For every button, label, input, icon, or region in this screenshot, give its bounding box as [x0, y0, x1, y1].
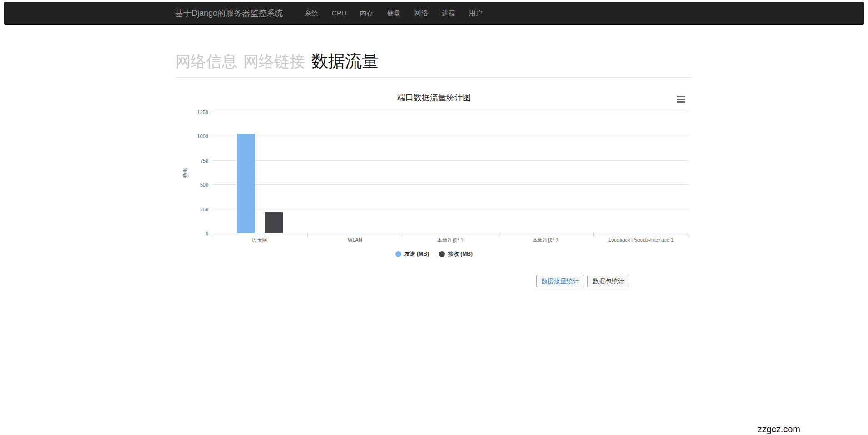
navbar-item-3[interactable]: 内存: [353, 2, 380, 24]
page-tab-3[interactable]: 数据流量: [311, 50, 379, 73]
page-header-tabs: 网络信息网络链接数据流量: [175, 50, 693, 78]
legend-marker-icon: [439, 251, 445, 257]
navbar-inner: 基于Django的服务器监控系统 系统CPU内存硬盘网络进程用户: [168, 2, 700, 24]
x-axis-label-3: 本地连接* 1: [403, 237, 498, 244]
navbar-item-5[interactable]: 网络: [408, 2, 435, 24]
action-buttons: 数据流量统计数据包统计: [175, 275, 693, 287]
page-tab-2[interactable]: 网络链接: [243, 51, 305, 72]
navbar-item-6[interactable]: 进程: [435, 2, 462, 24]
navbar-brand[interactable]: 基于Django的服务器监控系统: [168, 2, 290, 24]
x-axis-label-4: 本地连接* 2: [498, 237, 593, 244]
category-cell-2: [307, 112, 403, 233]
bar-cells: [212, 112, 689, 233]
y-axis-title: 数据: [182, 112, 189, 233]
watermark: zzgcz.com: [758, 424, 800, 435]
navbar-item-2[interactable]: CPU: [325, 2, 353, 24]
y-tick-label: 500: [200, 182, 208, 188]
bar-接收 (MB): [265, 212, 283, 233]
chart-title: 端口数据流量统计图: [175, 92, 693, 103]
chart-legend: 发送 (MB)接收 (MB): [175, 250, 693, 258]
hamburger-icon[interactable]: [676, 94, 686, 104]
navbar-item-1[interactable]: 系统: [298, 2, 325, 24]
hamburger-bar: [677, 101, 685, 103]
hamburger-bar: [677, 99, 685, 100]
navbar-item-4[interactable]: 硬盘: [380, 2, 408, 24]
category-cell-3: [403, 112, 498, 233]
page-tab-1[interactable]: 网络信息: [175, 51, 237, 72]
y-tick-label: 0: [206, 231, 208, 236]
legend-item-2[interactable]: 接收 (MB): [439, 250, 473, 258]
x-axis-tick: [689, 233, 689, 237]
category-cell-4: [498, 112, 593, 233]
navbar-item-7[interactable]: 用户: [462, 2, 489, 24]
traffic-chart: 端口数据流量统计图 数据 025050075010001250 以太网WLAN本…: [175, 81, 693, 263]
legend-marker-icon: [395, 251, 401, 257]
main-container: 网络信息网络链接数据流量 端口数据流量统计图 数据 02505007501000…: [168, 50, 700, 287]
navbar-menu: 系统CPU内存硬盘网络进程用户: [298, 2, 489, 24]
y-tick-label: 250: [200, 207, 208, 212]
legend-label: 发送 (MB): [404, 250, 429, 258]
plot-area: 025050075010001250: [212, 112, 689, 233]
x-axis-label-1: 以太网: [212, 237, 307, 244]
navbar: 基于Django的服务器监控系统 系统CPU内存硬盘网络进程用户: [4, 2, 864, 25]
x-axis-labels: 以太网WLAN本地连接* 1本地连接* 2Loopback Pseudo-Int…: [212, 237, 689, 244]
legend-item-1[interactable]: 发送 (MB): [395, 250, 429, 258]
x-axis-label-5: Loopback Pseudo-Interface 1: [593, 237, 689, 244]
legend-label: 接收 (MB): [448, 250, 473, 258]
packet-stats-button[interactable]: 数据包统计: [587, 275, 629, 287]
y-tick-label: 1250: [197, 109, 208, 115]
hamburger-bar: [677, 96, 685, 97]
x-axis-label-2: WLAN: [307, 237, 403, 244]
category-cell-1: [212, 112, 307, 233]
traffic-stats-button[interactable]: 数据流量统计: [536, 275, 584, 287]
category-cell-5: [593, 112, 689, 233]
y-tick-label: 1000: [197, 133, 208, 139]
bar-发送 (MB): [237, 134, 255, 233]
y-tick-label: 750: [200, 158, 208, 163]
